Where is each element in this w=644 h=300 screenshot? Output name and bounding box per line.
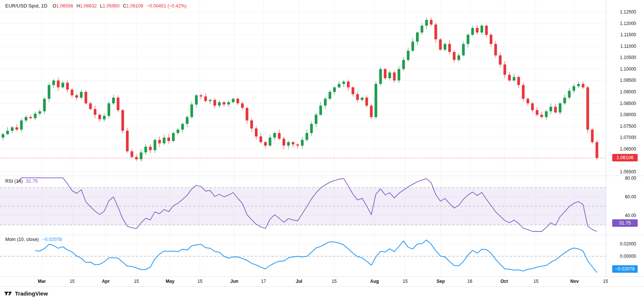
price-axis-label: 1.07500: [620, 123, 636, 129]
momentum-value: −0.02078: [42, 237, 62, 242]
bottom-bar: TradingView: [0, 287, 644, 300]
price-axis-label: 1.05500: [620, 169, 636, 175]
tradingview-logo-icon: [4, 291, 12, 296]
time-axis-label: May: [166, 279, 174, 284]
time-axis-label: 15: [134, 279, 139, 284]
ohlc-high: H1.06632: [77, 3, 97, 9]
rsi-value: 31.75: [26, 179, 38, 184]
time-axis-label: 15: [332, 279, 336, 284]
price-axis-label: 1.10500: [620, 55, 636, 61]
price-axis-label: 1.07000: [620, 134, 636, 140]
price-scale[interactable]: 1.125001.120001.115001.110001.105001.100…: [606, 0, 644, 276]
time-axis-label: Sep: [437, 279, 445, 284]
symbol-title[interactable]: EUR/USD Spot, 1D: [5, 3, 47, 9]
time-axis-label: 16: [467, 279, 472, 284]
rsi-axis-label: 80.00: [625, 175, 636, 181]
price-axis-label: 1.11000: [620, 43, 637, 49]
price-axis-label: 1.09500: [620, 77, 636, 83]
time-axis-label: Aug: [370, 279, 379, 284]
brand-text[interactable]: TradingView: [15, 290, 48, 297]
time-scale[interactable]: Mar15Apr15May15Jun17Jul15Aug15Sep16Oct15…: [0, 276, 644, 287]
change-value: −0.00451 (−0.42%): [147, 3, 187, 9]
rsi-pane[interactable]: RSI (14) 31.75: [0, 176, 606, 235]
last-price-badge: 1.06106: [612, 154, 638, 161]
time-axis-label: Nov: [570, 279, 579, 284]
rsi-legend: RSI (14) 31.75: [5, 179, 38, 184]
time-axis-label: 15: [533, 279, 538, 284]
mom-axis-label: 0.02000: [620, 241, 636, 247]
price-axis-label: 1.09000: [620, 89, 636, 95]
time-axis-label: Mar: [38, 279, 46, 284]
time-axis-label: 17: [261, 279, 266, 284]
ohlc-low: L1.05950: [100, 3, 120, 9]
price-pane[interactable]: EUR/USD Spot, 1D O1.06556 H1.06632 L1.05…: [0, 0, 606, 176]
time-axis-label: 15: [197, 279, 202, 284]
time-axis-label: Jul: [296, 279, 302, 284]
price-axis-label: 1.12000: [620, 21, 636, 27]
price-legend: EUR/USD Spot, 1D O1.06556 H1.06632 L1.05…: [5, 3, 187, 9]
momentum-title[interactable]: Mom (10, close): [5, 237, 39, 242]
mom-axis-label: 0.00000: [620, 253, 636, 259]
rsi-title[interactable]: RSI (14): [5, 179, 23, 184]
price-axis-label: 1.12500: [620, 9, 636, 15]
price-axis-label: 1.06500: [620, 146, 636, 152]
time-axis-label: 15: [70, 279, 74, 284]
tradingview-link[interactable]: TradingView: [4, 290, 48, 297]
rsi-axis-label: 40.00: [625, 213, 636, 219]
price-axis-label: 1.08000: [620, 112, 636, 118]
ohlc-close: C1.06106: [123, 3, 143, 9]
time-axis-label: 15: [603, 279, 608, 284]
time-axis-label: Apr: [102, 279, 110, 284]
rsi-axis-label: 60.00: [625, 194, 636, 200]
rsi-value-badge: 31.75: [612, 219, 638, 227]
momentum-legend: Mom (10, close) −0.02078: [5, 237, 62, 242]
trading-chart: EUR/USD Spot, 1D O1.06556 H1.06632 L1.05…: [0, 0, 644, 300]
price-axis-label: 1.11500: [620, 32, 637, 38]
time-axis-label: Oct: [500, 279, 508, 284]
price-axis-label: 1.10000: [620, 66, 636, 72]
ohlc-open: O1.06556: [53, 3, 73, 9]
momentum-value-badge: −0.02078: [612, 265, 638, 273]
time-axis-label: 15: [403, 279, 407, 284]
price-axis-label: 1.08500: [620, 100, 636, 106]
momentum-pane[interactable]: Mom (10, close) −0.02078: [0, 235, 606, 276]
time-axis-label: Jun: [230, 279, 238, 284]
